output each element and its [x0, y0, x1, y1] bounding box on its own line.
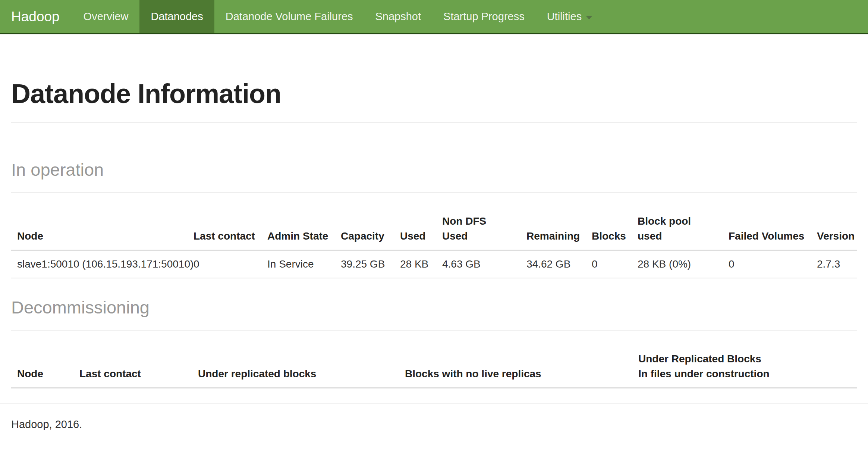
column-header: Last contact: [188, 208, 261, 250]
nav-item-utilities: Utilities: [536, 0, 604, 33]
navbar-menu: Overview Datanodes Datanode Volume Failu…: [72, 0, 604, 33]
table-cell: 0: [188, 250, 261, 278]
page-title: Datanode Information: [11, 79, 857, 109]
in-operation-table: NodeLast contactAdmin StateCapacityUsedN…: [11, 208, 857, 278]
table-cell: 34.62 GB: [521, 250, 586, 278]
table-cell: In Service: [261, 250, 335, 278]
nav-link-utilities-label: Utilities: [547, 9, 582, 24]
navbar: Hadoop Overview Datanodes Datanode Volum…: [0, 0, 868, 34]
column-header: Under Replicated Blocks In files under c…: [632, 346, 857, 388]
column-header: Failed Volumes: [723, 208, 811, 250]
in-operation-heading: In operation: [11, 160, 857, 179]
column-header: Remaining: [521, 208, 586, 250]
main-content: Datanode Information In operation NodeLa…: [0, 79, 868, 388]
column-header: Used: [394, 208, 436, 250]
nav-item-datanode-volume-failures: Datanode Volume Failures: [214, 0, 364, 33]
decommissioning-table: NodeLast contactUnder replicated blocksB…: [11, 346, 857, 388]
nav-item-datanodes: Datanodes: [139, 0, 214, 33]
column-header: Capacity: [335, 208, 394, 250]
column-header: Node: [11, 208, 188, 250]
in-operation-header: In operation: [11, 160, 857, 193]
page-header: Datanode Information: [11, 79, 857, 123]
nav-link-datanodes[interactable]: Datanodes: [139, 0, 214, 33]
footer-divider: [0, 403, 868, 404]
decommissioning-heading: Decommissioning: [11, 298, 857, 317]
nav-link-utilities-dropdown[interactable]: Utilities: [536, 0, 604, 33]
column-header: Blocks: [586, 208, 632, 250]
column-header: Non DFS Used: [436, 208, 521, 250]
nav-link-datanode-volume-failures[interactable]: Datanode Volume Failures: [214, 0, 364, 33]
table-cell: 0: [586, 250, 632, 278]
column-header: Admin State: [261, 208, 335, 250]
table-cell: 4.63 GB: [436, 250, 521, 278]
nav-link-snapshot[interactable]: Snapshot: [364, 0, 433, 33]
nav-item-snapshot: Snapshot: [364, 0, 433, 33]
table-cell: 28 KB: [394, 250, 436, 278]
column-header: Under replicated blocks: [192, 346, 399, 388]
column-header: Block pool used: [632, 208, 723, 250]
table-cell: 2.7.3: [811, 250, 857, 278]
table-cell: 0: [723, 250, 811, 278]
caret-down-icon: [586, 16, 592, 19]
column-header: Blocks with no live replicas: [399, 346, 632, 388]
nav-link-overview[interactable]: Overview: [72, 0, 140, 33]
table-cell: slave1:50010 (106.15.193.171:50010): [11, 250, 188, 278]
column-header: Node: [11, 346, 73, 388]
in-operation-table-head: NodeLast contactAdmin StateCapacityUsedN…: [11, 208, 857, 250]
table-cell: 39.25 GB: [335, 250, 394, 278]
decommissioning-header: Decommissioning: [11, 298, 857, 331]
nav-link-startup-progress[interactable]: Startup Progress: [432, 0, 536, 33]
table-row: slave1:50010 (106.15.193.171:50010)0In S…: [11, 250, 857, 278]
nav-item-startup-progress: Startup Progress: [432, 0, 536, 33]
nav-item-overview: Overview: [72, 0, 140, 33]
column-header: Version: [811, 208, 857, 250]
table-cell: 28 KB (0%): [632, 250, 723, 278]
navbar-brand[interactable]: Hadoop: [0, 0, 72, 33]
footer-text: Hadoop, 2016.: [0, 417, 868, 432]
decommissioning-table-head: NodeLast contactUnder replicated blocksB…: [11, 346, 857, 388]
in-operation-table-body: slave1:50010 (106.15.193.171:50010)0In S…: [11, 250, 857, 278]
column-header: Last contact: [73, 346, 192, 388]
